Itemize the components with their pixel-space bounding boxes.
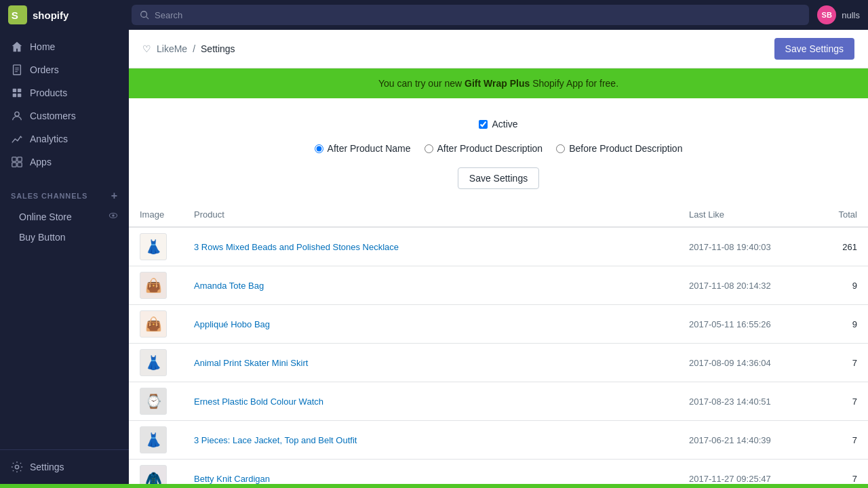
logo: S shopify (8, 5, 123, 24)
sidebar-item-customers[interactable]: Customers (0, 104, 129, 127)
customers-icon (11, 110, 23, 122)
save-settings-button[interactable]: Save Settings (774, 38, 854, 60)
cell-image: 👜 (129, 305, 183, 344)
col-total: Total (814, 203, 868, 227)
svg-rect-9 (18, 89, 21, 92)
settings-panel: Active After Product Name After Product … (129, 98, 868, 203)
cell-image: 🧥 (129, 460, 183, 485)
col-last-like: Last Like (678, 203, 814, 227)
svg-point-2 (141, 12, 147, 18)
products-table: Image Product Last Like Total 👗 3 Rows M… (129, 203, 868, 484)
save-settings-center-button[interactable]: Save Settings (458, 167, 539, 189)
banner-text-before: You can try our new (378, 78, 465, 89)
svg-rect-8 (13, 89, 16, 92)
logo-text: shopify (33, 9, 68, 21)
cell-product: Animal Print Skater Mini Skirt (183, 344, 678, 382)
sidebar-item-orders[interactable]: Orders (0, 58, 129, 81)
radio-after-product-name[interactable]: After Product Name (315, 143, 411, 154)
radio-after-product-description[interactable]: After Product Description (425, 143, 543, 154)
layout: Home Orders Produc (0, 30, 868, 484)
cell-total: 7 (814, 344, 868, 382)
cell-image: 👜 (129, 266, 183, 305)
cell-image: 👗 (129, 227, 183, 266)
online-store-label: Online Store (19, 211, 72, 222)
cell-product: Amanda Tote Bag (183, 266, 678, 305)
sidebar-item-online-store[interactable]: Online Store (0, 206, 129, 227)
search-bar[interactable] (132, 5, 809, 25)
product-image: 👗 (140, 426, 167, 453)
eye-icon[interactable] (108, 211, 118, 222)
username: nulls (842, 10, 860, 20)
cell-product: 3 Rows Mixed Beads and Polished Stones N… (183, 227, 678, 266)
svg-rect-15 (12, 163, 16, 167)
svg-point-19 (15, 465, 18, 468)
orders-icon (11, 64, 23, 76)
table-body: 👗 3 Rows Mixed Beads and Polished Stones… (129, 227, 868, 484)
product-link[interactable]: 3 Rows Mixed Beads and Polished Stones N… (194, 242, 399, 252)
radio-row: After Product Name After Product Descrip… (315, 143, 683, 154)
sidebar-item-home[interactable]: Home (0, 35, 129, 58)
breadcrumb-current: Settings (201, 43, 235, 54)
active-checkbox-label[interactable]: Active (479, 119, 517, 129)
svg-point-12 (15, 112, 19, 116)
sidebar-label-products: Products (30, 87, 67, 98)
svg-rect-16 (18, 163, 22, 167)
radio-before-product-description[interactable]: Before Product Description (556, 143, 682, 154)
sidebar-item-products[interactable]: Products (0, 81, 129, 104)
product-image: 👜 (140, 272, 167, 299)
table-row: 👗 Animal Print Skater Mini Skirt 2017-08… (129, 344, 868, 382)
sales-channels-label: SALES CHANNELS (11, 192, 87, 200)
home-icon (11, 41, 23, 53)
product-link[interactable]: Betty Knit Cardigan (194, 474, 270, 484)
product-link[interactable]: Ernest Plastic Bold Colour Watch (194, 396, 323, 407)
svg-rect-11 (18, 94, 21, 97)
cell-total: 9 (814, 305, 868, 344)
svg-line-3 (146, 17, 149, 20)
active-row: Active (479, 119, 517, 129)
active-checkbox[interactable] (479, 120, 488, 129)
product-link[interactable]: 3 Pieces: Lace Jacket, Top and Belt Outf… (194, 435, 357, 445)
sidebar-label-orders: Orders (30, 64, 59, 75)
settings-icon (11, 461, 23, 473)
table-row: ⌚ Ernest Plastic Bold Colour Watch 2017-… (129, 382, 868, 421)
page-header: ♡ LikeMe / Settings Save Settings (129, 30, 868, 68)
cell-last-like: 2017-05-11 16:55:26 (678, 305, 814, 344)
radio-after-product-name-input[interactable] (315, 144, 323, 153)
product-link[interactable]: Appliqué Hobo Bag (194, 319, 270, 329)
main-content: ♡ LikeMe / Settings Save Settings You ca… (129, 30, 868, 484)
product-image: 👜 (140, 310, 167, 338)
add-channel-icon[interactable]: + (111, 190, 118, 202)
search-input[interactable] (155, 10, 801, 20)
table-header: Image Product Last Like Total (129, 203, 868, 227)
sidebar-label-analytics: Analytics (30, 134, 68, 144)
col-image: Image (129, 203, 183, 227)
sidebar-item-analytics[interactable]: Analytics (0, 127, 129, 150)
radio-before-product-description-label: Before Product Description (569, 143, 682, 154)
sidebar-bottom: Settings (0, 449, 129, 484)
product-image: ⌚ (140, 388, 167, 415)
table-row: 👗 3 Pieces: Lace Jacket, Top and Belt Ou… (129, 421, 868, 460)
analytics-icon (11, 133, 23, 145)
radio-before-product-description-input[interactable] (556, 144, 565, 153)
sidebar-item-buy-button[interactable]: Buy Button (0, 227, 129, 247)
cell-product: Ernest Plastic Bold Colour Watch (183, 382, 678, 421)
breadcrumb-link[interactable]: LikeMe (157, 43, 187, 54)
radio-after-product-description-input[interactable] (425, 144, 433, 153)
promo-banner: You can try our new Gift Wrap Plus Shopi… (129, 68, 868, 98)
table-row: 👜 Appliqué Hobo Bag 2017-05-11 16:55:26 … (129, 305, 868, 344)
sidebar-item-settings[interactable]: Settings (0, 455, 129, 479)
apps-icon (11, 156, 23, 168)
product-link[interactable]: Animal Print Skater Mini Skirt (194, 358, 308, 368)
product-image: 👗 (140, 233, 167, 260)
cell-total: 7 (814, 421, 868, 460)
breadcrumb: ♡ LikeMe / Settings (142, 43, 235, 54)
cell-last-like: 2017-08-09 14:36:04 (678, 344, 814, 382)
sidebar-label-home: Home (30, 41, 55, 52)
svg-rect-13 (12, 157, 16, 161)
shopify-logo-icon: S (8, 5, 27, 24)
cell-image: 👗 (129, 344, 183, 382)
product-link[interactable]: Amanda Tote Bag (194, 281, 264, 291)
table-row: 👜 Amanda Tote Bag 2017-11-08 20:14:32 9 (129, 266, 868, 305)
product-image: 👗 (140, 349, 167, 376)
sidebar-item-apps[interactable]: Apps (0, 150, 129, 174)
